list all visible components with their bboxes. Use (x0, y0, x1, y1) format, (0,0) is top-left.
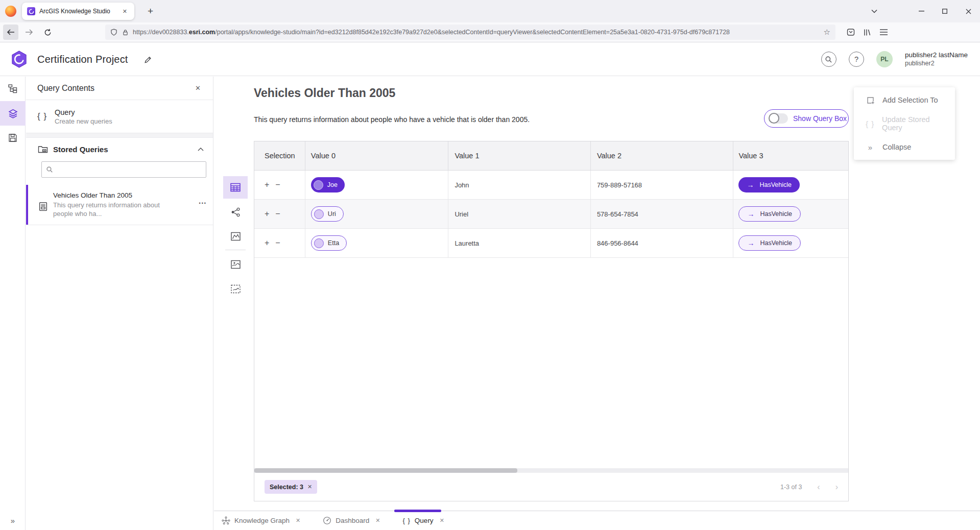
window-maximize-button[interactable] (933, 0, 957, 22)
link-chart-view-button[interactable] (223, 201, 248, 223)
browser-toolbar: https://dev0028833.esri.com/portal/apps/… (0, 22, 980, 42)
sidebar-item-save[interactable] (0, 126, 26, 150)
url-bar[interactable]: https://dev0028833.esri.com/portal/apps/… (105, 25, 835, 40)
search-icon[interactable] (821, 52, 836, 67)
tab-dashboard[interactable]: Dashboard ✕ (323, 516, 380, 525)
remove-selection-button[interactable]: − (275, 209, 280, 219)
new-map-view-button[interactable] (223, 253, 248, 276)
previous-page-icon[interactable]: ‹ (817, 483, 820, 492)
tab-close-icon[interactable]: ✕ (296, 517, 300, 524)
horizontal-scrollbar[interactable] (254, 468, 848, 473)
braces-icon: { } (865, 119, 875, 128)
library-icon[interactable] (859, 25, 875, 40)
toolbar-divider (225, 250, 246, 250)
show-query-box-toggle[interactable]: Show Query Box (764, 109, 849, 128)
query-item-title: Query (55, 108, 112, 117)
expand-panel-icon[interactable]: » (0, 516, 26, 525)
remove-selection-button[interactable]: − (275, 238, 280, 248)
window-close-button[interactable] (957, 0, 980, 22)
pocket-icon[interactable] (843, 25, 859, 40)
stored-query-title: Vehicles Older Than 2005 (53, 191, 177, 199)
column-header[interactable]: Value 3 (733, 141, 848, 170)
help-icon[interactable]: ? (849, 52, 864, 67)
stored-query-item[interactable]: Vehicles Older Than 2005 This query retu… (26, 185, 213, 225)
tab-close-icon[interactable]: ✕ (119, 7, 130, 16)
firefox-logo-icon (5, 6, 16, 17)
stored-queries-title: Stored Queries (53, 145, 108, 154)
braces-icon: { } (403, 517, 411, 524)
stored-queries-header[interactable]: Stored Queries (26, 138, 213, 160)
browser-tab[interactable]: ArcGIS Knowledge Studio ✕ (22, 3, 134, 20)
relationship-pill[interactable]: →HasVehicle (738, 206, 801, 222)
cell-value1: Uriel (448, 200, 591, 228)
toggle-track[interactable] (769, 113, 788, 124)
tab-favicon-icon (27, 7, 35, 15)
relationship-pill[interactable]: →HasVehicle (738, 235, 801, 251)
reload-button[interactable] (40, 25, 55, 40)
new-tab-button[interactable]: + (144, 6, 157, 17)
braces-icon: { } (37, 111, 52, 122)
clear-selection-icon[interactable]: ✕ (307, 484, 312, 490)
stored-query-doc-icon (38, 202, 48, 218)
sidebar-item-data-model[interactable] (0, 77, 26, 101)
entity-dot-icon (314, 180, 323, 190)
bookmark-star-icon[interactable]: ☆ (824, 28, 830, 37)
table-row: +− Etta Lauretta 846-956-8644 →HasVehicl… (254, 229, 848, 258)
selection-map-view-button[interactable] (223, 278, 248, 300)
item-options-ellipsis-icon[interactable]: ••• (199, 201, 207, 218)
column-header[interactable]: Value 2 (591, 141, 734, 170)
add-selection-button[interactable]: + (265, 238, 269, 248)
add-selection-button[interactable]: + (265, 209, 269, 219)
column-header[interactable]: Selection (254, 141, 305, 170)
chevron-up-icon[interactable] (198, 148, 204, 151)
user-username: publisher2 (905, 59, 968, 67)
edit-title-pencil-icon[interactable] (140, 52, 155, 67)
table-view-button[interactable] (223, 176, 248, 199)
app-sidebar: » (0, 77, 26, 530)
map-view-button[interactable] (223, 225, 248, 248)
cell-value1: Lauretta (448, 229, 591, 257)
entity-pill[interactable]: Etta (311, 235, 347, 251)
tab-close-icon[interactable]: ✕ (440, 517, 444, 524)
section-divider (26, 133, 213, 138)
menu-item-collapse[interactable]: » Collapse (854, 135, 955, 159)
tab-knowledge-graph[interactable]: Knowledge Graph ✕ (222, 516, 300, 525)
panel-title: Query Contents (37, 84, 94, 93)
back-button[interactable] (3, 25, 18, 40)
menu-hamburger-icon[interactable] (875, 25, 892, 40)
table-row: +− Joe John 759-889-57168 →HasVehicle (254, 171, 848, 200)
next-page-icon[interactable]: › (835, 483, 838, 492)
cell-value2: 759-889-57168 (591, 171, 734, 199)
query-create-item[interactable]: { } Query Create new queries (26, 100, 213, 133)
stored-queries-search[interactable] (41, 161, 206, 178)
window-minimize-button[interactable] (910, 0, 933, 22)
column-header[interactable]: Value 1 (448, 141, 591, 170)
tab-close-icon[interactable]: ✕ (375, 517, 380, 524)
cell-value2: 846-956-8644 (591, 229, 734, 257)
relationship-pill[interactable]: →HasVehicle (738, 177, 800, 192)
lock-icon[interactable] (122, 29, 129, 36)
tab-query[interactable]: { } Query ✕ (403, 517, 444, 524)
tracking-shield-icon[interactable] (110, 28, 117, 36)
menu-item-add-selection-to[interactable]: Add Selection To (854, 88, 955, 112)
selected-count-chip[interactable]: Selected: 3 ✕ (265, 480, 317, 494)
show-query-box-label: Show Query Box (793, 114, 847, 123)
list-tabs-chevron-icon[interactable] (866, 3, 883, 20)
tab-title: ArcGIS Knowledge Studio (39, 8, 119, 15)
cell-value2: 578-654-7854 (591, 200, 734, 228)
scrollbar-thumb[interactable] (254, 468, 517, 473)
add-selection-button[interactable]: + (265, 180, 269, 189)
column-header[interactable]: Value 0 (305, 141, 449, 170)
entity-pill[interactable]: Uri (311, 206, 344, 222)
sidebar-item-contents[interactable] (0, 101, 26, 126)
dashboard-gauge-icon (323, 516, 331, 525)
panel-close-icon[interactable]: ✕ (193, 82, 203, 94)
query-item-subtitle: Create new queries (55, 117, 112, 125)
forward-button[interactable] (21, 25, 37, 40)
remove-selection-button[interactable]: − (275, 180, 280, 189)
user-name-block[interactable]: publisher2 lastName publisher2 (905, 51, 968, 67)
arrow-right-icon: → (747, 181, 754, 189)
user-avatar[interactable]: PL (876, 51, 893, 67)
search-input[interactable] (57, 166, 202, 174)
entity-pill[interactable]: Joe (311, 177, 345, 192)
